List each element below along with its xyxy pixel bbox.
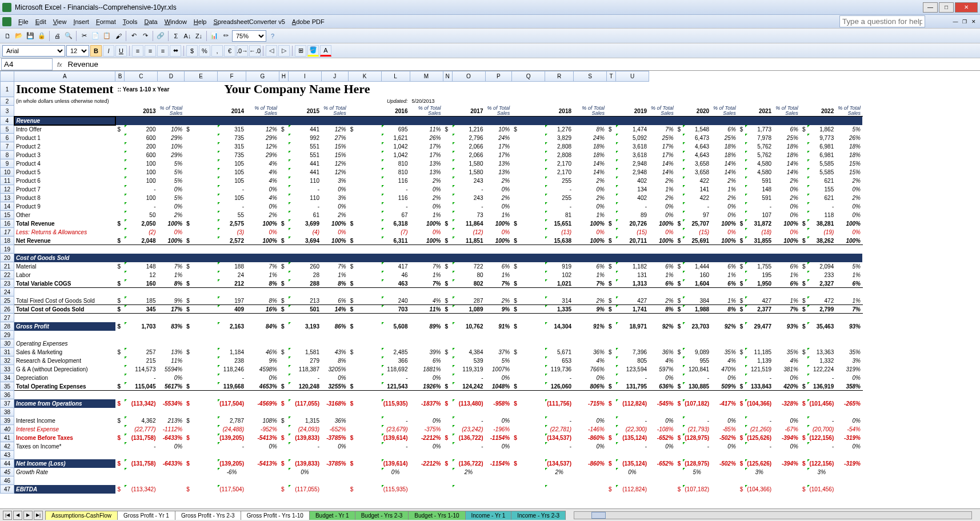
underline-button[interactable]: U: [115, 45, 127, 57]
decrease-indent-button[interactable]: ◁: [266, 45, 277, 57]
doc-close[interactable]: ✕: [970, 18, 978, 26]
menu-tools[interactable]: Tools: [119, 17, 141, 26]
undo-icon[interactable]: ↶: [129, 31, 139, 41]
menu-bar: FileEditViewInsertFormatToolsDataWindowH…: [0, 15, 980, 29]
sheet-tab[interactable]: Gross Profit - Yrs 2-3: [175, 511, 241, 520]
app-icon[interactable]: [2, 17, 11, 26]
menu-data[interactable]: Data: [141, 17, 161, 26]
increase-decimal-button[interactable]: .0→: [237, 45, 248, 57]
fill-color-button[interactable]: 🪣: [307, 45, 319, 57]
sort-asc-icon[interactable]: A↓: [182, 31, 193, 41]
tab-last[interactable]: ▶|: [34, 511, 43, 520]
preview-icon[interactable]: 🔍: [63, 31, 74, 41]
currency-button[interactable]: $: [186, 45, 198, 57]
h-scrollbar[interactable]: [574, 511, 972, 519]
sheet-tab[interactable]: Budget - Yr 1: [309, 511, 355, 520]
merge-button[interactable]: ⬌: [170, 45, 181, 57]
copy-icon[interactable]: 📄: [90, 31, 101, 41]
italic-button[interactable]: I: [103, 45, 114, 57]
decrease-decimal-button[interactable]: ←.0: [249, 45, 261, 57]
help-search[interactable]: [839, 15, 925, 27]
euro-button[interactable]: €: [224, 45, 235, 57]
sort-desc-icon[interactable]: Z↓: [194, 31, 204, 41]
sheet-tab[interactable]: Budget - Yrs 2-3: [355, 511, 409, 520]
permission-icon[interactable]: 🔒: [37, 31, 47, 41]
tab-next[interactable]: ▶: [23, 511, 33, 520]
tab-prev[interactable]: ◀: [13, 511, 22, 520]
doc-restore[interactable]: ❐: [961, 18, 969, 26]
open-icon[interactable]: 📂: [14, 31, 24, 41]
redo-icon[interactable]: ↷: [140, 31, 150, 41]
worksheet-area[interactable]: ABCDEFGHIJKLMNOPQRSTU1Income Statement::…: [0, 71, 980, 508]
sheet-tab[interactable]: Gross Profit - Yrs 1-10: [241, 511, 310, 520]
menu-window[interactable]: Window: [161, 17, 190, 26]
cut-icon[interactable]: ✂: [79, 31, 89, 41]
bold-button[interactable]: B: [90, 45, 102, 57]
font-select[interactable]: Arial: [2, 45, 65, 57]
window-title: Microsoft Excel - Financials--Comprehens…: [15, 3, 177, 11]
name-box[interactable]: [1, 58, 53, 70]
doc-minimize[interactable]: —: [951, 18, 959, 26]
sheet-tab-bar: |◀ ◀ ▶ ▶| Assumptions-CashFlowGross Prof…: [0, 508, 980, 521]
align-center-button[interactable]: ≡: [145, 45, 156, 57]
increase-indent-button[interactable]: ▷: [278, 45, 290, 57]
borders-button[interactable]: ⊞: [295, 45, 306, 57]
sheet-tab[interactable]: Income - Yrs 2-3: [511, 511, 566, 520]
paste-icon[interactable]: 📋: [102, 31, 112, 41]
zoom-select[interactable]: 75%: [232, 30, 266, 42]
menu-adobe-pdf[interactable]: Adobe PDF: [289, 17, 328, 26]
print-icon[interactable]: 🖨: [52, 31, 62, 41]
menu-spreadsheetconverter-v5[interactable]: SpreadsheetConverter v5: [210, 17, 288, 26]
link-icon[interactable]: 🔗: [155, 31, 166, 41]
format-painter-icon[interactable]: 🖌: [113, 31, 123, 41]
align-left-button[interactable]: ≡: [132, 45, 143, 57]
menu-view[interactable]: View: [50, 17, 70, 26]
menu-format[interactable]: Format: [93, 17, 119, 26]
close-button[interactable]: ✕: [955, 2, 978, 13]
align-right-button[interactable]: ≡: [157, 45, 169, 57]
sheet-tab[interactable]: Assumptions-CashFlow: [45, 511, 118, 520]
save-icon[interactable]: 💾: [25, 31, 35, 41]
sheet-tab[interactable]: Budget - Yrs 1-10: [408, 511, 465, 520]
formula-input[interactable]: [66, 59, 980, 70]
font-color-button[interactable]: A: [320, 45, 331, 57]
menu-file[interactable]: File: [15, 17, 32, 26]
drawing-icon[interactable]: ✏: [221, 31, 231, 41]
new-icon[interactable]: 🗋: [2, 31, 13, 41]
menu-edit[interactable]: Edit: [32, 17, 50, 26]
tab-first[interactable]: |◀: [3, 511, 12, 520]
chart-icon[interactable]: 📊: [209, 31, 219, 41]
menu-help[interactable]: Help: [190, 17, 210, 26]
minimize-button[interactable]: —: [923, 2, 938, 13]
excel-icon: [2, 3, 11, 12]
size-select[interactable]: 12: [66, 45, 89, 57]
maximize-button[interactable]: □: [939, 2, 954, 13]
title-bar: Microsoft Excel - Financials--Comprehens…: [0, 0, 980, 15]
formatting-toolbar: Arial 12 B I U ≡ ≡ ≡ ⬌ $ % , € .0→ ←.0 ◁…: [0, 43, 980, 58]
percent-button[interactable]: %: [199, 45, 210, 57]
standard-toolbar: 🗋 📂 💾 🔒 🖨 🔍 ✂ 📄 📋 🖌 ↶ ↷ 🔗 Σ A↓ Z↓ 📊 ✏ 75…: [0, 29, 980, 43]
comma-button[interactable]: ,: [211, 45, 223, 57]
sheet-tab[interactable]: Gross Profit - Yr 1: [117, 511, 175, 520]
formula-bar: fx: [0, 58, 980, 71]
autosum-icon[interactable]: Σ: [171, 31, 181, 41]
fx-icon[interactable]: fx: [54, 61, 66, 68]
help-icon[interactable]: ?: [267, 31, 278, 41]
menu-insert[interactable]: Insert: [70, 17, 93, 26]
sheet-tab[interactable]: Income - Yr 1: [465, 511, 512, 520]
